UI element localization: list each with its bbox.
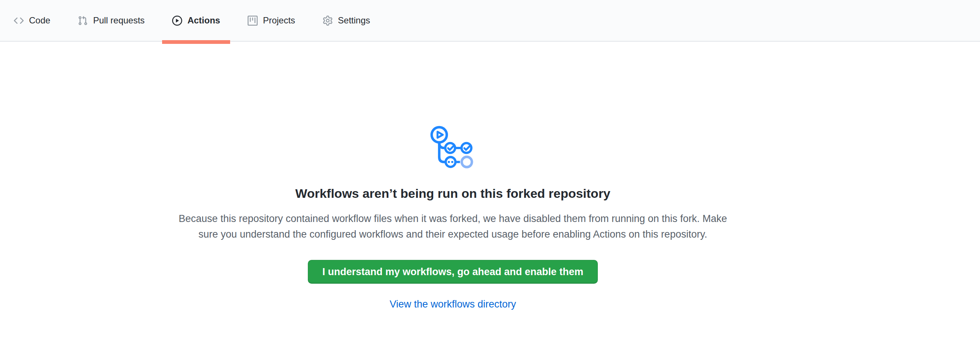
tab-pull-requests-label: Pull requests bbox=[93, 15, 145, 25]
actions-blankslate: Workflows aren’t being run on this forke… bbox=[137, 42, 769, 310]
play-circle-icon bbox=[172, 16, 182, 25]
tab-settings-label: Settings bbox=[338, 15, 370, 25]
tab-actions-label: Actions bbox=[188, 15, 220, 25]
blankslate-heading: Workflows aren’t being run on this forke… bbox=[137, 186, 769, 201]
tab-settings[interactable]: Settings bbox=[313, 0, 380, 41]
gear-icon bbox=[323, 16, 333, 25]
code-icon bbox=[14, 16, 24, 25]
blankslate-description: Because this repository contained workfl… bbox=[137, 211, 769, 242]
tab-actions[interactable]: Actions bbox=[162, 0, 230, 41]
tab-projects[interactable]: Projects bbox=[237, 0, 305, 41]
description-line-1: Because this repository contained workfl… bbox=[137, 211, 769, 226]
description-line-2: sure you understand the configured workf… bbox=[137, 226, 769, 242]
project-board-icon bbox=[248, 16, 258, 25]
repo-tab-nav: Code Pull requests Actions Projects Sett… bbox=[0, 0, 980, 42]
tab-projects-label: Projects bbox=[263, 15, 295, 25]
tab-code[interactable]: Code bbox=[4, 0, 60, 41]
enable-workflows-button[interactable]: I understand my workflows, go ahead and … bbox=[308, 260, 598, 284]
active-tab-underline bbox=[162, 40, 230, 44]
tab-pull-requests[interactable]: Pull requests bbox=[68, 0, 155, 41]
actions-workflow-graph-icon bbox=[137, 125, 769, 172]
tab-code-label: Code bbox=[29, 15, 50, 25]
pull-request-icon bbox=[78, 16, 88, 25]
view-workflows-directory-link[interactable]: View the workflows directory bbox=[137, 298, 769, 310]
